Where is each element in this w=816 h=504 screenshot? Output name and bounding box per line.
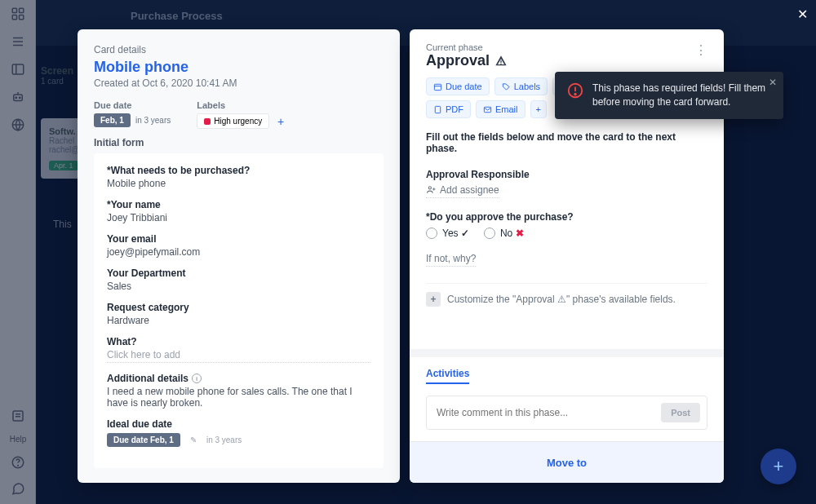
add-assignee-button[interactable]: Add assignee (426, 184, 499, 198)
field-details-value[interactable]: I need a new mobile phone for sales call… (107, 386, 370, 409)
ideal-due-sub: in 3 years (206, 435, 242, 444)
required-fields-toast: This phase has required fields! Fill the… (555, 72, 783, 119)
move-to-bar: Move to (410, 441, 724, 483)
comment-input[interactable] (437, 407, 661, 418)
ideal-due-chip[interactable]: Due date Feb, 1 (107, 433, 180, 447)
divider (410, 349, 724, 357)
customize-fields: + Customize the "Approval ⚠" phase's ava… (426, 283, 707, 307)
field-purchase-value[interactable]: Mobile phone (107, 178, 370, 189)
why-field[interactable]: If not, why? (426, 253, 476, 267)
field-name-value[interactable]: Joey Tribbiani (107, 212, 370, 223)
red-square-icon (204, 118, 211, 125)
card-details-label: Card details (94, 44, 384, 55)
radio-icon (426, 228, 437, 239)
field-details-label: Additional detailsi (107, 373, 370, 384)
alert-icon (566, 82, 584, 99)
due-date-label: Due date (94, 100, 171, 110)
action-more[interactable]: + (530, 100, 547, 118)
close-modal-button[interactable]: ✕ (797, 7, 808, 22)
phase-instruction: Fill out the fields below and move the c… (426, 131, 707, 154)
radio-icon (484, 228, 495, 239)
action-labels[interactable]: Labels (494, 77, 548, 95)
customize-add-button[interactable]: + (426, 292, 441, 307)
label-high-urgency[interactable]: High urgency (197, 113, 269, 129)
svg-rect-20 (434, 84, 441, 90)
field-purchase-label: *What needs to be purchased? (107, 165, 370, 176)
card-details-panel: Card details Mobile phone Created at Oct… (78, 29, 400, 483)
due-in-text: in 3 years (135, 116, 171, 125)
radio-no[interactable]: No ✖No ✖ (484, 228, 524, 239)
field-email-label: Your email (107, 233, 370, 245)
info-icon[interactable]: i (192, 374, 202, 383)
action-due-date[interactable]: Due date (426, 77, 490, 95)
svg-rect-22 (435, 106, 440, 113)
comment-input-box: Post (426, 396, 707, 430)
current-phase-label: Current phase (426, 42, 508, 52)
approver-label: Approval Responsible (426, 169, 707, 180)
post-button[interactable]: Post (661, 403, 700, 422)
field-name-label: *Your name (107, 199, 370, 210)
tab-activities[interactable]: Activities (426, 368, 469, 384)
radio-yes[interactable]: Yes ✓ (426, 228, 469, 239)
labels-label: Labels (197, 100, 287, 110)
field-email-value[interactable]: joey@pipefymail.com (107, 246, 370, 258)
card-title[interactable]: Mobile phone (94, 59, 384, 76)
fab-add-button[interactable]: + (761, 449, 796, 484)
field-cat-label: Request category (107, 302, 370, 313)
field-dept-value[interactable]: Sales (107, 281, 370, 292)
move-to-button[interactable]: Move to (547, 457, 587, 469)
field-ideal-label: Ideal due date (107, 418, 370, 430)
kebab-menu-icon[interactable]: ⋮ (694, 42, 707, 58)
approve-question: *Do you approve the purchase? (426, 211, 707, 223)
due-date-chip[interactable]: Feb, 1 (94, 113, 131, 127)
field-what-label: What? (107, 336, 370, 347)
initial-form-label: Initial form (94, 137, 384, 148)
svg-point-24 (428, 187, 431, 189)
warning-icon (494, 55, 508, 68)
toast-message: This phase has required fields! Fill the… (592, 82, 772, 109)
field-cat-value[interactable]: Hardware (107, 315, 370, 326)
action-pdf[interactable]: PDF (426, 100, 471, 118)
toast-close-button[interactable]: ✕ (769, 77, 777, 88)
action-email[interactable]: Email (476, 100, 526, 118)
field-dept-label: Your Department (107, 267, 370, 279)
card-created: Created at Oct 6, 2020 10:41 AM (94, 77, 384, 89)
add-label-button[interactable]: + (274, 115, 287, 128)
phase-name: Approval (426, 52, 508, 69)
edit-icon[interactable]: ✎ (190, 435, 197, 444)
svg-point-29 (574, 94, 576, 95)
initial-form-card: *What needs to be purchased?Mobile phone… (94, 153, 384, 468)
field-what-placeholder[interactable]: Click here to add (107, 349, 370, 363)
